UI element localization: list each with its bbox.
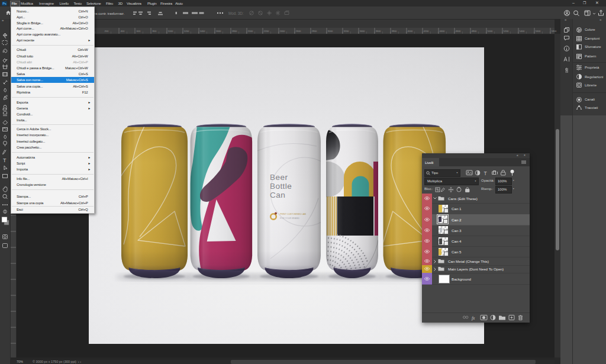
svg-text:»: » — [2, 19, 4, 22]
svg-text:T: T — [3, 157, 7, 163]
svg-text:fx: fx — [472, 315, 475, 321]
svg-text:T: T — [484, 170, 487, 176]
svg-text:Mod. 3D:: Mod. 3D: — [228, 11, 244, 15]
